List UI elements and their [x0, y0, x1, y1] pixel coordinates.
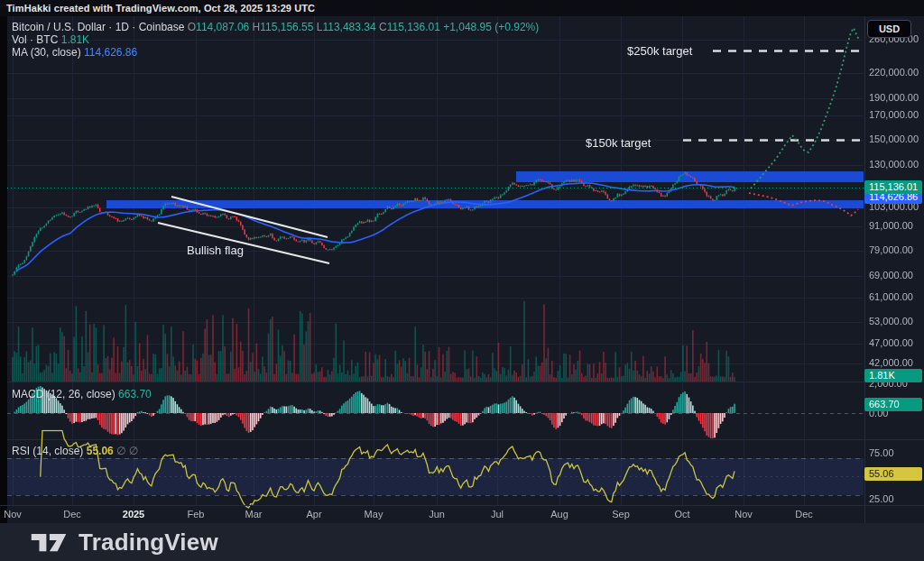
axis-tick-label: 130,000.00 [869, 159, 919, 170]
rsi-legend[interactable]: RSI (14, close) 55.06 ∅ ∅ [12, 445, 138, 457]
left-edge-strip [0, 16, 7, 523]
axis-tick-label: 53,000.00 [869, 316, 913, 326]
macd-legend[interactable]: MACD (12, 26, close) 663.70 [12, 388, 152, 400]
price-axis-border [864, 16, 865, 523]
ma-label: MA (30, close) [12, 46, 81, 59]
tradingview-brand-text: TradingView [79, 529, 218, 556]
axis-tick-label: 69,000.00 [869, 270, 913, 280]
change-value: +1,048.95 (+0.92%) [443, 21, 539, 33]
axis-tick-label: 47,000.00 [869, 337, 913, 348]
open-value: 114,087.06 [196, 21, 249, 33]
axis-tick-label: 25.00 [869, 493, 894, 504]
axis-tick-label: 42,000.00 [869, 357, 913, 368]
time-axis-month-label: Nov [4, 509, 22, 520]
axis-tick-label: 220,000.00 [869, 67, 919, 78]
footer-bar: TradingView [0, 523, 924, 561]
macd-value: 663.70 [118, 388, 152, 400]
symbol-title: Bitcoin / U.S. Dollar · 1D · Coinbase [12, 21, 184, 33]
target-150k-label[interactable]: $150k target [586, 136, 651, 150]
rsi-badge: 55.06 [864, 467, 922, 481]
bullish-flag-label[interactable]: Bullish flag [187, 244, 244, 257]
macd-badge: 663.70 [864, 398, 922, 411]
rsi-label: RSI (14, close) [12, 445, 83, 457]
volume-value: 1.81K [61, 33, 89, 46]
time-axis-month-label: 2025 [123, 509, 144, 520]
price-chart-canvas[interactable] [0, 0, 924, 561]
time-axis-month-label: Nov [735, 509, 753, 520]
axis-tick-label: 91,000.00 [869, 220, 913, 231]
time-axis-month-label: May [365, 509, 383, 520]
close-label: C [379, 21, 387, 33]
time-axis-month-label: Apr [306, 509, 321, 520]
axis-tick-label: 79,000.00 [869, 244, 913, 255]
time-axis-month-label: Sep [612, 509, 630, 520]
axis-tick-label: 75.00 [869, 447, 894, 458]
symbol-legend[interactable]: Bitcoin / U.S. Dollar · 1D · Coinbase O1… [12, 21, 539, 33]
axis-tick-label: 150,000.00 [869, 133, 919, 144]
time-axis-month-label: Jul [491, 509, 504, 520]
time-axis-month-label: Jun [429, 509, 445, 520]
target-250k-label[interactable]: $250k target [627, 44, 692, 58]
time-axis-month-label: Feb [188, 509, 205, 520]
close-value: 115,136.01 [387, 21, 440, 33]
low-value: 113,483.34 [322, 21, 375, 33]
ma-legend[interactable]: MA (30, close) 114,626.86 [12, 46, 137, 59]
tradingview-chart-window: TimHakki created with TradingView.com, O… [0, 0, 924, 561]
time-axis-month-label: Aug [550, 509, 568, 520]
volume-label: Vol · BTC [12, 33, 58, 46]
time-axis-month-label: Oct [674, 509, 689, 520]
time-axis-month-label: Dec [795, 509, 813, 520]
volume-badge: 1.81K [864, 369, 922, 382]
rsi-hidden-plots-icon: ∅ ∅ [116, 445, 138, 457]
high-value: 115,156.55 [260, 21, 313, 33]
time-axis-month-label: Dec [63, 509, 81, 520]
tradingview-logo-icon[interactable] [30, 530, 68, 555]
open-label: O [188, 21, 196, 33]
time-axis-month-label: Mar [245, 509, 263, 520]
time-axis-border [0, 505, 924, 506]
axis-tick-label: 190,000.00 [869, 92, 919, 103]
macd-label: MACD (12, 26, close) [12, 388, 116, 400]
ma-value: 114,626.86 [84, 46, 137, 59]
currency-toggle-button[interactable]: USD [867, 20, 911, 38]
high-label: H [253, 21, 261, 33]
axis-tick-label: 170,000.00 [869, 109, 919, 120]
axis-tick-label: 61,000.00 [869, 291, 913, 302]
last-price-badge: 115,136.01 [864, 180, 922, 194]
rsi-value: 55.06 [87, 445, 114, 457]
volume-legend[interactable]: Vol · BTC 1.81K [12, 33, 89, 46]
